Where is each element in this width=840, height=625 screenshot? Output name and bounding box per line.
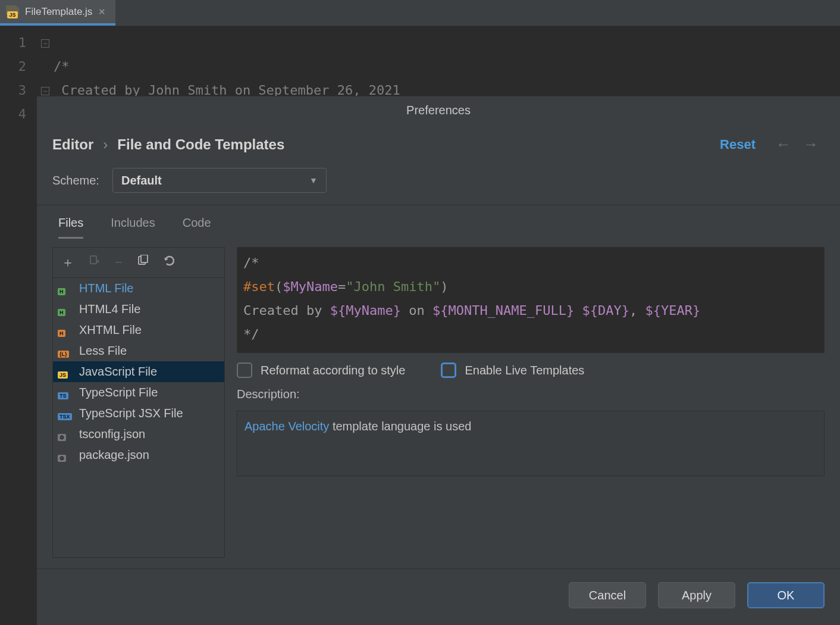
remove-template-button[interactable]: − — [115, 255, 123, 270]
scheme-row: Scheme: Default ▼ — [37, 165, 840, 205]
add-from-button[interactable] — [89, 255, 101, 270]
dialog-footer: Cancel Apply OK — [37, 568, 840, 625]
nav-back-icon[interactable]: ← — [770, 135, 797, 154]
file-type-icon: H — [58, 282, 73, 295]
template-item-label: TypeScript File — [79, 386, 158, 399]
enable-live-templates-label: Enable Live Templates — [465, 364, 584, 377]
template-item[interactable]: TSTypeScript File — [53, 382, 224, 403]
editor-tab[interactable]: JS FileTemplate.js ✕ — [0, 0, 115, 26]
reformat-checkbox[interactable]: Reformat according to style — [237, 362, 405, 378]
template-item[interactable]: ⚙package.json — [53, 445, 224, 465]
file-type-icon: H — [58, 324, 73, 337]
description-box: Apache Velocity template language is use… — [237, 411, 825, 476]
breadcrumb-root[interactable]: Editor — [52, 136, 93, 153]
file-type-icon: TS — [58, 386, 73, 399]
template-item[interactable]: {L}Less File — [53, 340, 224, 361]
template-code-editor[interactable]: /* #set($MyName="John Smith") Created by… — [237, 247, 825, 353]
template-list-panel: ＋ − — [52, 247, 225, 558]
copy-icon — [137, 255, 149, 267]
undo-icon — [163, 255, 176, 267]
template-item-label: Less File — [79, 344, 127, 358]
scheme-value: Default — [121, 174, 162, 188]
file-type-icon: ⚙ — [58, 428, 73, 441]
ok-button[interactable]: OK — [747, 582, 825, 608]
apply-button[interactable]: Apply — [658, 582, 735, 608]
template-item-label: HTML4 File — [79, 302, 140, 316]
file-type-icon: ⚙ — [58, 449, 73, 462]
description-text: template language is used — [329, 420, 471, 433]
dialog-title: Preferences — [37, 96, 840, 127]
scheme-label: Scheme: — [52, 174, 99, 188]
template-item[interactable]: HHTML File — [53, 278, 224, 299]
template-item-label: TypeScript JSX File — [79, 407, 183, 420]
template-item-label: tsconfig.json — [79, 427, 145, 441]
reset-button[interactable]: Reset — [720, 137, 756, 152]
tab-includes[interactable]: Includes — [111, 216, 155, 239]
file-type-icon: H — [58, 303, 73, 316]
js-file-icon: JS — [6, 5, 19, 18]
template-item[interactable]: JSJavaScript File — [53, 361, 224, 382]
breadcrumb-leaf: File and Code Templates — [117, 136, 284, 153]
editor-tabbar: JS FileTemplate.js ✕ — [0, 0, 840, 26]
line-number-gutter: 1234 — [0, 26, 37, 174]
file-type-icon: JS — [58, 365, 73, 379]
template-editor-panel: /* #set($MyName="John Smith") Created by… — [237, 247, 825, 558]
breadcrumb-row: Editor › File and Code Templates Reset ←… — [37, 127, 840, 165]
add-template-button[interactable]: ＋ — [61, 254, 74, 271]
cancel-button[interactable]: Cancel — [569, 582, 646, 608]
chevron-right-icon: › — [103, 136, 108, 153]
templates-tabbar: Files Includes Code — [37, 205, 840, 239]
file-type-icon: {L} — [58, 345, 73, 358]
chevron-down-icon: ▼ — [309, 176, 318, 185]
template-list[interactable]: HHTML FileHHTML4 FileHXHTML File{L}Less … — [53, 278, 224, 557]
close-icon[interactable]: ✕ — [98, 7, 106, 17]
template-toolbar: ＋ − — [53, 248, 224, 278]
editor-tab-filename: FileTemplate.js — [25, 6, 92, 18]
svg-rect-0 — [90, 256, 96, 264]
svg-rect-2 — [141, 255, 148, 262]
reformat-label: Reformat according to style — [261, 364, 405, 377]
checkbox-icon — [237, 362, 252, 378]
template-item[interactable]: HHTML4 File — [53, 299, 224, 320]
template-item[interactable]: ⚙tsconfig.json — [53, 424, 224, 445]
enable-live-templates-checkbox[interactable]: Enable Live Templates — [441, 362, 584, 378]
code-line: Created by John Smith on September 26, 2… — [54, 83, 400, 98]
template-options-row: Reformat according to style Enable Live … — [237, 362, 825, 378]
tab-code[interactable]: Code — [183, 216, 211, 239]
template-item[interactable]: TSXTypeScript JSX File — [53, 403, 224, 424]
template-item-label: package.json — [79, 448, 149, 462]
template-item[interactable]: HXHTML File — [53, 320, 224, 340]
template-item-label: JavaScript File — [79, 365, 157, 379]
undo-button[interactable] — [163, 255, 176, 270]
apache-velocity-link[interactable]: Apache Velocity — [245, 420, 329, 433]
breadcrumb: Editor › File and Code Templates — [52, 136, 284, 153]
nav-forward-icon[interactable]: → — [797, 135, 825, 154]
code-line: /* — [54, 59, 70, 74]
template-item-label: HTML File — [79, 282, 133, 295]
copy-template-button[interactable] — [137, 255, 149, 270]
add-from-icon — [89, 255, 101, 267]
file-type-icon: TSX — [58, 407, 73, 420]
fold-end-icon[interactable]: − — [41, 87, 49, 95]
preferences-dialog: Preferences Editor › File and Code Templ… — [37, 96, 840, 625]
checkbox-icon — [441, 362, 456, 378]
scheme-select[interactable]: Default ▼ — [112, 168, 327, 193]
description-label: Description: — [237, 388, 825, 401]
fold-start-icon[interactable]: − — [41, 39, 49, 48]
tab-files[interactable]: Files — [58, 216, 83, 239]
template-item-label: XHTML File — [79, 323, 142, 337]
